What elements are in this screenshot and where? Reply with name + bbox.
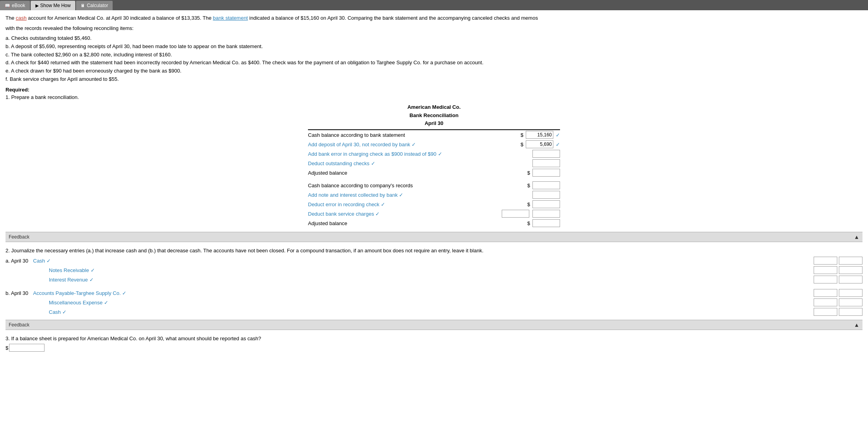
rec-table: Cash balance according to bank statement…: [308, 129, 560, 228]
deduct-error-label[interactable]: Deduct error in recording check: [308, 201, 527, 207]
feedback-label-1: Feedback: [9, 234, 30, 240]
bank-balance-input-group: $ ✓: [521, 131, 560, 139]
deduct-error-row: Deduct error in recording check $: [308, 199, 560, 209]
items-list: a. Checks outstanding totaled $5,460. b.…: [6, 34, 862, 84]
journal-a-notes-credit[interactable]: [839, 266, 862, 274]
item-a: a. Checks outstanding totaled $5,460.: [6, 34, 862, 43]
journal-b-cash-inputs: [814, 308, 862, 316]
intro-text3: indicated a balance of $15,160 on April …: [248, 15, 538, 21]
tab-calculator[interactable]: 🖩 Calculator: [76, 1, 113, 10]
rec-title-line2: Bank Reconciliation: [407, 112, 460, 120]
main-content: The cash account for American Medical Co…: [0, 10, 868, 440]
journal-a-interest-inputs: [814, 276, 862, 283]
show-me-how-label: Show Me How: [40, 3, 70, 8]
journal-a-cash-credit[interactable]: [839, 257, 862, 265]
adjusted-balance2-input[interactable]: [532, 219, 560, 227]
deduct-outstanding-input-group: [532, 159, 560, 167]
deduct-error-input-group: $: [527, 200, 560, 208]
feedback-arrow-2[interactable]: ▲: [854, 322, 859, 328]
journal-b-misc-credit[interactable]: [839, 298, 862, 306]
adjusted-balance1-input[interactable]: [532, 169, 560, 177]
dollar-sign-err: $: [527, 201, 530, 207]
rec-title: American Medical Co. Bank Reconciliation…: [407, 103, 460, 128]
ebook-label: eBook: [12, 3, 25, 8]
dollar-sign-bank: $: [521, 132, 523, 138]
add-note-label[interactable]: Add note and interest collected by bank: [308, 192, 532, 198]
add-deposit-input[interactable]: [526, 140, 553, 148]
intro-paragraph: The cash account for American Medical Co…: [6, 14, 862, 22]
journal-a-date-row: a. April 30 Cash: [6, 257, 862, 265]
journal-b-misc-row: Miscellaneous Expense: [6, 298, 862, 306]
add-bank-error-input[interactable]: [532, 150, 560, 158]
tab-show-me-how[interactable]: ▶ Show Me How: [31, 1, 75, 10]
bank-balance-label: Cash balance according to bank statement: [308, 132, 521, 138]
deduct-outstanding-input[interactable]: [532, 159, 560, 167]
deduct-error-input[interactable]: [532, 200, 560, 208]
required-label: Required:: [6, 87, 862, 93]
journal-a-notes-receivable[interactable]: Notes Receivable: [49, 267, 811, 273]
dollar-sign-adj2: $: [527, 220, 530, 226]
journal-a-cash[interactable]: Cash: [33, 258, 811, 264]
add-note-input[interactable]: [532, 191, 560, 199]
section2-title: 2. Journalize the necessary entries (a.)…: [6, 248, 862, 254]
feedback-label-2: Feedback: [9, 322, 30, 328]
section3-dollar: $: [6, 345, 8, 351]
rec-title-line3: April 30: [407, 119, 460, 128]
company-balance-input[interactable]: [532, 181, 560, 189]
add-bank-error-label[interactable]: Add bank error in charging check as $900…: [308, 151, 532, 157]
journal-b-misc-debit[interactable]: [814, 298, 837, 306]
journal-a-interest-row: Interest Revenue: [6, 276, 862, 283]
deduct-outstanding-row: Deduct outstanding checks: [308, 158, 560, 168]
add-bank-error-input-group: [532, 150, 560, 158]
item-f: f. Bank service charges for April amount…: [6, 75, 862, 84]
intro-text1: The: [6, 15, 16, 21]
item-c: c. The bank collected $2,960 on a $2,800…: [6, 51, 862, 59]
journal-a-cash-inputs: [814, 257, 862, 265]
journal-b-cash[interactable]: Cash: [49, 309, 811, 315]
journal-b-cash-credit[interactable]: [839, 308, 862, 316]
dollar-sign-deposit: $: [521, 142, 523, 147]
company-balance-input-group: $: [527, 181, 560, 189]
journal-b-cash-debit[interactable]: [814, 308, 837, 316]
journal-b-ap-credit[interactable]: [839, 289, 862, 297]
dollar-sign-adj1: $: [527, 170, 530, 176]
deduct-service-input1[interactable]: [502, 210, 529, 218]
journal-a-cash-debit[interactable]: [814, 257, 837, 265]
feedback-bar-1: Feedback ▲: [6, 232, 862, 242]
adjusted-balance2-row: Adjusted balance $: [308, 218, 560, 228]
deduct-outstanding-label[interactable]: Deduct outstanding checks: [308, 160, 532, 166]
bank-balance-input[interactable]: [526, 131, 553, 139]
rec-title-line1: American Medical Co.: [407, 103, 460, 112]
intro-text2: account for American Medical Co. at Apri…: [26, 15, 213, 21]
feedback-arrow-1[interactable]: ▲: [854, 234, 859, 240]
reconciliation-section: American Medical Co. Bank Reconciliation…: [6, 103, 862, 228]
journal-b-ap[interactable]: Accounts Payable-Targhee Supply Co.: [33, 290, 811, 296]
section3-cash-input[interactable]: [9, 344, 45, 352]
tab-ebook[interactable]: 📖 eBook: [0, 1, 30, 10]
add-deposit-label[interactable]: Add deposit of April 30, not recorded by…: [308, 142, 521, 147]
bank-balance-check: ✓: [556, 132, 560, 138]
journal-b-misc-expense[interactable]: Miscellaneous Expense: [49, 300, 811, 306]
deduct-service-input2[interactable]: [532, 210, 560, 218]
cash-word: cash: [16, 15, 26, 21]
deduct-service-row: Deduct bank service charges: [308, 209, 560, 218]
journal-b-ap-debit[interactable]: [814, 289, 837, 297]
section3-title: 3. If a balance sheet is prepared for Am…: [6, 336, 862, 341]
add-note-input-group: [532, 191, 560, 199]
deduct-service-input-group: [502, 210, 560, 218]
add-deposit-check: ✓: [556, 142, 560, 147]
deduct-service-label[interactable]: Deduct bank service charges: [308, 211, 502, 217]
journal-a-notes-debit[interactable]: [814, 266, 837, 274]
ebook-icon: 📖: [5, 3, 10, 8]
bank-balance-row: Cash balance according to bank statement…: [308, 130, 560, 140]
adjusted-balance1-label: Adjusted balance: [308, 170, 527, 176]
journal-a-interest-debit[interactable]: [814, 276, 837, 283]
journal-a-notes-inputs: [814, 266, 862, 274]
adjusted-balance1-row: Adjusted balance $: [308, 168, 560, 177]
bank-statement-word: bank statement: [213, 15, 248, 21]
adjusted-balance2-input-group: $: [527, 219, 560, 227]
journal-a-date: a. April 30: [6, 258, 33, 264]
section2: 2. Journalize the necessary entries (a.)…: [6, 248, 862, 316]
journal-a-interest-credit[interactable]: [839, 276, 862, 283]
journal-a-interest-revenue[interactable]: Interest Revenue: [49, 277, 811, 283]
